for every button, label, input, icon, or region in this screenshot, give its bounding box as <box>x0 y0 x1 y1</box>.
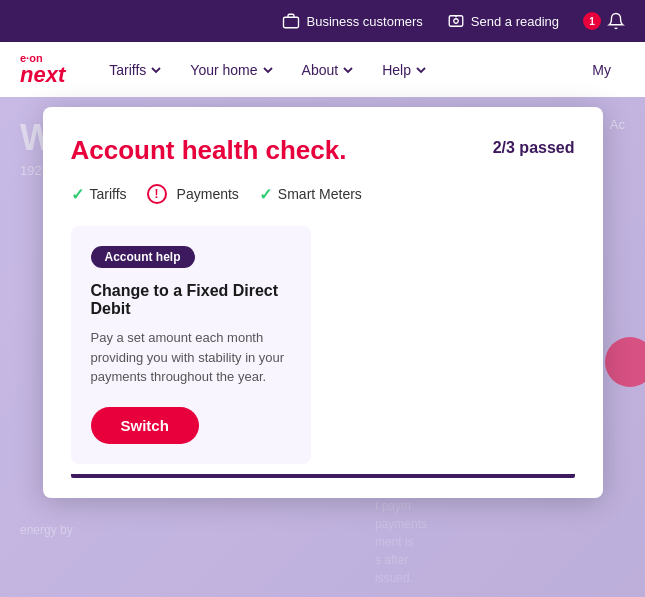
logo-next-text: next <box>20 64 65 86</box>
modal-overlay: Account health check. 2/3 passed ✓ Tarif… <box>0 97 645 597</box>
check-tariffs: ✓ Tariffs <box>71 185 127 204</box>
card-tag: Account help <box>91 246 195 268</box>
check-pass-icon: ✓ <box>71 185 84 204</box>
notification-badge: 1 <box>583 12 601 30</box>
top-bar: Business customers Send a reading 1 <box>0 0 645 42</box>
nav-item-tariffs[interactable]: Tariffs <box>95 42 176 97</box>
check-pass-icon-2: ✓ <box>259 185 272 204</box>
check-payments: ! Payments <box>147 184 239 204</box>
chevron-down-icon <box>342 64 354 76</box>
switch-button[interactable]: Switch <box>91 407 199 444</box>
notification-icon <box>607 12 625 30</box>
briefcase-icon <box>282 12 300 30</box>
passed-badge: 2/3 passed <box>493 139 575 157</box>
check-smart-meters: ✓ Smart Meters <box>259 185 362 204</box>
business-customers-link[interactable]: Business customers <box>282 12 422 30</box>
svg-rect-0 <box>284 17 299 28</box>
account-health-modal: Account health check. 2/3 passed ✓ Tarif… <box>43 107 603 498</box>
modal-title: Account health check. <box>71 135 347 166</box>
nav-item-help[interactable]: Help <box>368 42 441 97</box>
check-warn-icon: ! <box>147 184 167 204</box>
chevron-down-icon <box>415 64 427 76</box>
nav-bar: e·on next Tariffs Your home About Help <box>0 42 645 97</box>
logo[interactable]: e·on next <box>20 53 65 86</box>
card-title: Change to a Fixed Direct Debit <box>91 282 291 318</box>
nav-item-my[interactable]: My <box>578 42 625 97</box>
chevron-down-icon <box>150 64 162 76</box>
send-reading-link[interactable]: Send a reading <box>447 12 559 30</box>
chevron-down-icon <box>262 64 274 76</box>
svg-rect-1 <box>449 16 463 27</box>
card-body: Pay a set amount each month providing yo… <box>91 328 291 387</box>
nav-item-your-home[interactable]: Your home <box>176 42 287 97</box>
meter-icon <box>447 12 465 30</box>
nav-items: Tariffs Your home About Help My <box>95 42 625 97</box>
modal-checks: ✓ Tariffs ! Payments ✓ Smart Meters <box>71 184 575 204</box>
modal-header: Account health check. 2/3 passed <box>71 135 575 166</box>
nav-item-about[interactable]: About <box>288 42 369 97</box>
notification-area[interactable]: 1 <box>583 12 625 30</box>
modal-bottom-bar <box>71 474 575 478</box>
account-help-card: Account help Change to a Fixed Direct De… <box>71 226 311 464</box>
svg-point-2 <box>454 19 459 24</box>
